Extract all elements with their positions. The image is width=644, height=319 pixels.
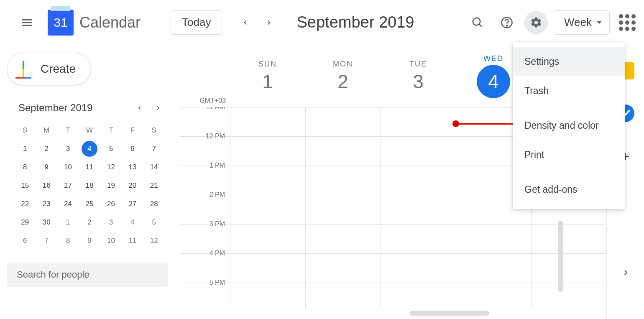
mini-cal-day[interactable]: 27	[122, 195, 143, 213]
mini-cal-day[interactable]: 1	[57, 213, 79, 232]
time-slot[interactable]	[230, 166, 305, 195]
mini-cal-day[interactable]: 19	[100, 176, 122, 195]
mini-cal-day[interactable]: 16	[36, 176, 57, 195]
today-button[interactable]: Today	[171, 10, 222, 35]
time-slot[interactable]	[456, 283, 531, 308]
time-slot[interactable]	[230, 283, 305, 308]
time-slot[interactable]	[305, 254, 381, 283]
mini-cal-day[interactable]: 3	[100, 213, 122, 232]
time-slot[interactable]	[381, 107, 456, 136]
next-period-button[interactable]	[259, 13, 279, 33]
mini-cal-day[interactable]: 15	[14, 176, 36, 195]
search-people-input[interactable]: Search for people	[7, 263, 168, 287]
time-slot[interactable]	[305, 225, 381, 253]
mini-cal-day[interactable]: 12	[100, 158, 122, 176]
settings-menu-item[interactable]: Get add-ons	[513, 175, 625, 204]
time-slot[interactable]	[456, 225, 531, 253]
mini-cal-day[interactable]: 18	[79, 176, 100, 195]
mini-cal-day[interactable]: 3	[57, 140, 79, 158]
vertical-scrollbar[interactable]	[558, 221, 563, 292]
mini-cal-dow: T	[100, 121, 122, 140]
mini-cal-day[interactable]: 5	[143, 213, 165, 232]
mini-cal-day[interactable]: 2	[79, 213, 100, 232]
settings-menu-item[interactable]: Density and color	[513, 111, 625, 140]
time-slot[interactable]	[381, 137, 456, 166]
time-slot[interactable]	[531, 254, 606, 283]
mini-cal-day[interactable]: 20	[122, 176, 143, 195]
time-slot[interactable]	[230, 254, 305, 283]
time-slot[interactable]	[381, 254, 456, 283]
mini-cal-day[interactable]: 13	[122, 158, 143, 176]
mini-cal-day[interactable]: 4	[82, 141, 97, 157]
time-slot[interactable]	[305, 166, 381, 195]
mini-cal-day[interactable]: 10	[100, 232, 122, 250]
mini-cal-day[interactable]: 4	[122, 213, 143, 232]
mini-cal-day[interactable]: 8	[14, 158, 36, 176]
mini-cal-day[interactable]: 29	[14, 213, 36, 232]
mini-cal-day[interactable]: 7	[36, 232, 57, 250]
main-menu-button[interactable]	[17, 13, 37, 33]
mini-cal-day[interactable]: 11	[122, 232, 143, 250]
time-slot[interactable]	[531, 283, 606, 308]
mini-cal-next-button[interactable]	[151, 100, 166, 115]
mini-cal-day[interactable]: 9	[79, 232, 100, 250]
mini-cal-day[interactable]: 9	[36, 158, 57, 176]
horizontal-scrollbar[interactable]	[410, 311, 489, 316]
mini-cal-day[interactable]: 24	[57, 195, 79, 213]
prev-period-button[interactable]	[235, 13, 256, 33]
google-apps-button[interactable]	[619, 14, 636, 31]
view-switcher[interactable]: Week	[554, 10, 610, 35]
mini-cal-prev-button[interactable]	[132, 100, 147, 115]
current-period-title[interactable]: September 2019	[296, 13, 414, 31]
time-slot[interactable]	[381, 166, 456, 195]
mini-cal-day[interactable]: 8	[57, 232, 79, 250]
chevron-left-icon	[137, 105, 143, 111]
time-slot[interactable]	[305, 283, 381, 308]
time-slot[interactable]	[230, 137, 305, 166]
time-slot[interactable]	[230, 107, 305, 136]
time-slot[interactable]	[305, 137, 381, 166]
search-button[interactable]	[466, 11, 489, 34]
time-slot[interactable]	[381, 283, 456, 308]
mini-cal-dow: S	[14, 121, 36, 140]
day-header[interactable]: MON2	[305, 45, 381, 107]
mini-cal-day[interactable]: 6	[14, 232, 36, 250]
time-slot[interactable]	[305, 107, 381, 136]
mini-cal-day[interactable]: 30	[36, 213, 57, 232]
mini-cal-day[interactable]: 2	[36, 140, 57, 158]
mini-cal-day[interactable]: 21	[143, 176, 165, 195]
day-header[interactable]: SUN1	[230, 45, 305, 107]
mini-cal-day[interactable]: 12	[143, 232, 165, 250]
app-logo[interactable]: 31 Calendar	[48, 10, 141, 36]
mini-cal-day[interactable]: 25	[79, 195, 100, 213]
settings-menu-item[interactable]: Settings	[513, 47, 625, 76]
create-button[interactable]: Create	[7, 53, 91, 85]
mini-cal-day[interactable]: 22	[14, 195, 36, 213]
settings-button[interactable]	[524, 11, 548, 34]
mini-cal-day[interactable]: 1	[14, 140, 36, 158]
settings-menu-item[interactable]: Trash	[513, 76, 625, 105]
time-slot[interactable]	[381, 195, 456, 224]
settings-menu-item[interactable]: Print	[513, 140, 625, 169]
time-slot[interactable]	[230, 225, 305, 253]
day-header[interactable]: TUE3	[381, 45, 456, 107]
mini-cal-day[interactable]: 10	[57, 158, 79, 176]
mini-cal-day[interactable]: 6	[122, 140, 143, 158]
help-button[interactable]	[495, 11, 519, 34]
time-slot[interactable]	[381, 225, 456, 253]
time-slot[interactable]	[456, 254, 531, 283]
mini-calendar[interactable]: SMTWTFS123456789101112131415161718192021…	[7, 121, 168, 250]
mini-cal-day[interactable]: 7	[143, 140, 165, 158]
hide-side-panel-button[interactable]	[617, 264, 634, 281]
mini-cal-day[interactable]: 11	[79, 158, 100, 176]
time-slot[interactable]	[531, 225, 606, 253]
mini-cal-day[interactable]: 14	[143, 158, 165, 176]
mini-cal-day[interactable]: 26	[100, 195, 122, 213]
time-slot[interactable]	[230, 195, 305, 224]
chevron-right-icon	[155, 105, 161, 111]
mini-cal-day[interactable]: 28	[143, 195, 165, 213]
mini-cal-day[interactable]: 17	[57, 176, 79, 195]
time-slot[interactable]	[305, 195, 381, 224]
mini-cal-day[interactable]: 23	[36, 195, 57, 213]
mini-cal-day[interactable]: 5	[100, 140, 122, 158]
